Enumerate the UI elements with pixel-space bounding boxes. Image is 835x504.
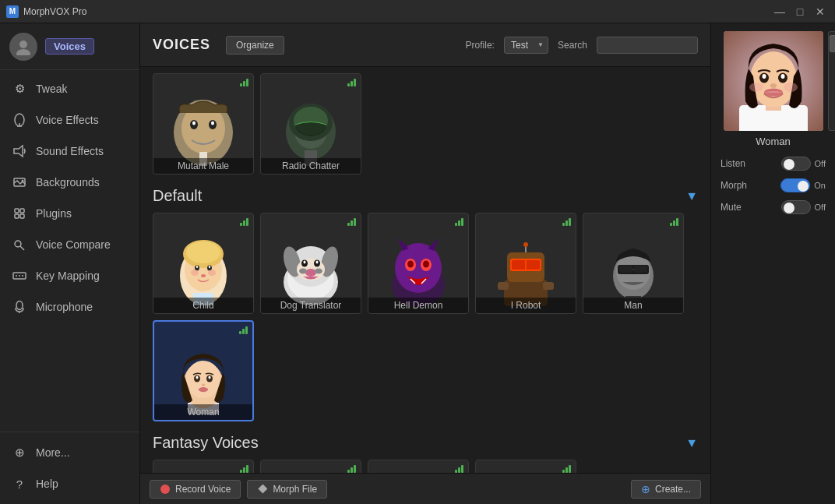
profile-select[interactable]: Test [504,37,548,54]
maximize-button[interactable]: □ [791,3,809,20]
sidebar-item-voice-compare-label: Voice Compare [36,238,111,251]
voice-card-man[interactable]: Man [583,213,684,314]
morph-file-icon [257,484,268,495]
sidebar-item-tweak[interactable]: ⚙ Tweak [0,73,139,104]
morph-toggle-track[interactable] [780,178,810,192]
bottom-bar: Record Voice Morph File ⊕ Create... [140,473,710,504]
sidebar-item-key-mapping-label: Key Mapping [36,270,100,282]
sidebar-nav: ⚙ Tweak Voice Effects Sound Effects [0,70,139,432]
svg-point-84 [186,361,220,398]
svg-point-128 [750,51,797,107]
svg-point-52 [304,261,306,264]
svg-line-13 [20,246,24,250]
svg-rect-8 [15,209,19,213]
voice-card-woman[interactable]: Woman [153,320,254,421]
svg-marker-59 [398,238,409,251]
fantasy-voice-grid: Dwarf [153,460,698,473]
svg-point-64 [423,261,429,268]
sidebar-item-voice-compare[interactable]: Voice Compare [0,229,139,260]
svg-point-12 [15,241,21,247]
svg-point-42 [208,270,216,276]
voice-card-child[interactable]: Child [153,213,254,314]
sidebar-item-voice-effects-label: Voice Effects [36,114,99,126]
organize-button[interactable]: Organize [226,36,284,55]
svg-point-136 [784,83,798,92]
voice-card-dwarf[interactable]: Dwarf [153,460,254,473]
panel-slider-1[interactable] [828,31,836,131]
sidebar-item-microphone[interactable]: Microphone [0,291,139,322]
voice-card-man-label: Man [583,298,683,313]
section-collapse-fantasy[interactable]: ▼ [685,436,698,450]
avatar [9,33,37,61]
sidebar-item-sound-effects[interactable]: Sound Effects [0,136,139,167]
search-input[interactable] [597,37,698,54]
voice-card-nasty-gnome[interactable]: Nasty Gnome [475,460,576,473]
svg-point-131 [762,74,766,79]
morph-file-button[interactable]: Morph File [247,480,327,499]
app-icon: M [6,5,19,18]
create-button[interactable]: ⊕ Create... [631,480,701,499]
listen-toggle-track[interactable] [781,157,811,171]
plugins-icon [11,205,28,222]
voices-area: Mutant Male [140,67,710,473]
svg-point-58 [395,243,442,293]
listen-toggle-state: Off [815,159,826,168]
voice-card-child-label: Child [153,298,253,313]
sidebar-item-help[interactable]: ? Help [0,468,139,499]
voice-card-hell-demon[interactable]: Hell Demon [368,213,469,314]
voice-effects-icon [11,111,28,129]
voice-card-radio-chatter[interactable]: Radio Chatter [260,73,361,174]
sidebar-item-key-mapping[interactable]: Key Mapping [0,260,139,291]
voice-card-mutant-male[interactable]: Mutant Male [153,73,254,174]
voice-card-dog-translator[interactable]: Dog Translator [260,213,361,314]
sidebar-item-voice-effects[interactable]: Voice Effects [0,104,139,136]
content-area: VOICES Organize Profile: Test Search [140,23,710,504]
svg-point-0 [19,41,27,48]
panel-photo-container [724,31,823,131]
svg-rect-79 [634,266,647,273]
record-voice-label: Record Voice [175,484,231,495]
morph-toggle-knob [798,181,809,192]
top-voice-row: Mutant Male [153,73,698,174]
voice-card-giant[interactable]: Giant [368,460,469,473]
signal-man [670,218,678,226]
sidebar: Voices ⚙ Tweak Voice Effects Sound Effec… [0,23,140,504]
svg-point-18 [16,301,23,310]
sound-effects-icon [11,143,28,160]
search-label: Search [558,40,587,51]
section-collapse-default[interactable]: ▼ [685,189,698,203]
record-voice-button[interactable]: Record Voice [150,480,241,499]
slider-thumb-1[interactable] [830,35,836,52]
mute-label: Mute [720,202,742,213]
mute-control: Mute Off [717,200,829,214]
mute-toggle-track[interactable] [781,200,811,214]
mute-toggle-state: Off [815,203,826,212]
titlebar: M MorphVOX Pro — □ ✕ [0,0,835,23]
svg-point-55 [299,269,307,274]
window-controls: — □ ✕ [771,3,829,20]
voices-badge[interactable]: Voices [45,38,94,55]
sidebar-item-microphone-label: Microphone [36,301,93,313]
backgrounds-icon [11,174,28,191]
voice-card-dog-translator-label: Dog Translator [261,298,361,313]
svg-point-135 [749,83,763,92]
listen-label: Listen [720,158,745,169]
svg-rect-9 [20,209,24,213]
sidebar-item-plugins[interactable]: Plugins [0,198,139,229]
signal-mutant-male [240,79,248,86]
close-button[interactable]: ✕ [812,3,829,20]
svg-point-1 [16,49,30,55]
sidebar-item-backgrounds[interactable]: Backgrounds [0,167,139,198]
svg-rect-72 [498,282,509,290]
voice-card-i-robot[interactable]: I Robot [475,213,576,314]
morph-file-label: Morph File [273,484,317,495]
sidebar-item-more[interactable]: ⊕ More... [0,437,139,468]
voice-card-radio-chatter-label: Radio Chatter [261,158,361,174]
minimize-button[interactable]: — [771,3,788,20]
signal-i-robot [562,218,571,226]
signal-hell-demon [455,218,463,226]
svg-point-53 [316,261,319,264]
voice-card-hell-demon-label: Hell Demon [368,298,468,313]
app-title: MorphVOX Pro [23,6,771,17]
voice-card-female-pixie[interactable]: Female Pixie [260,460,361,473]
